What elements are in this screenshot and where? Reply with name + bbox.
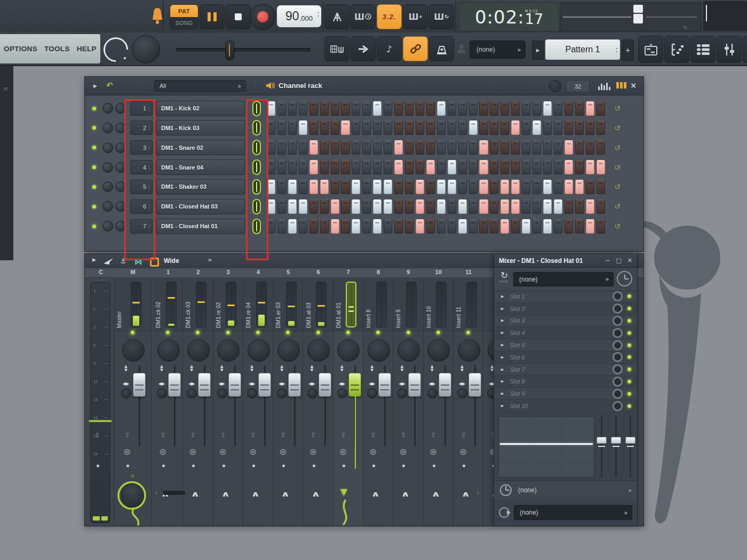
rack-menu-arrow[interactable]: ▶ xyxy=(93,83,97,89)
channel-enable-led[interactable] xyxy=(92,126,96,130)
step-1-21[interactable] xyxy=(479,101,488,116)
record-target-icon[interactable]: ◎ xyxy=(160,447,166,455)
mixer-strip-2[interactable]: DM1.ck 03▲▼◀▶⇧◎∧ xyxy=(183,277,213,526)
step-6-25[interactable] xyxy=(522,199,530,214)
detached-bird-icon[interactable] xyxy=(103,257,115,266)
step-1-20[interactable] xyxy=(469,101,478,116)
step-3-6[interactable] xyxy=(320,140,329,155)
channel-pan-knob[interactable] xyxy=(102,201,113,212)
volume-fader[interactable] xyxy=(408,373,421,397)
step-7-12[interactable] xyxy=(384,219,392,234)
link-mini-knob[interactable] xyxy=(427,388,438,398)
step-6-32[interactable] xyxy=(597,199,605,214)
grip-icon[interactable]: ≡ xyxy=(3,85,8,92)
plugin-chevron-icon[interactable]: ∧ xyxy=(281,490,290,498)
slot-arrow-icon[interactable]: ▶ xyxy=(501,331,504,335)
volume-fader[interactable] xyxy=(348,373,361,397)
step-7-14[interactable] xyxy=(405,219,414,234)
channel-button[interactable]: DM1 - Shaker 03 xyxy=(156,179,245,195)
step-6-24[interactable] xyxy=(511,199,520,214)
step-7-30[interactable] xyxy=(575,219,584,234)
step-6-21[interactable] xyxy=(479,199,488,214)
step-5-15[interactable] xyxy=(416,180,424,194)
effect-slot-8[interactable]: ▶Slot 8 xyxy=(494,376,637,388)
slot-arrow-icon[interactable]: ▶ xyxy=(501,294,504,299)
step-4-13[interactable] xyxy=(394,160,403,174)
link-mini-knob[interactable] xyxy=(457,388,467,398)
step-1-7[interactable] xyxy=(331,101,339,116)
channel-enable-led[interactable] xyxy=(92,205,96,209)
mute-led[interactable] xyxy=(256,330,260,335)
channel-button[interactable]: DM1 - Snare 02 xyxy=(156,140,245,155)
step-5-8[interactable] xyxy=(341,180,349,194)
mute-led[interactable] xyxy=(346,330,351,335)
mute-led[interactable] xyxy=(316,330,321,335)
volume-fader[interactable] xyxy=(168,373,181,397)
mute-led[interactable] xyxy=(376,330,380,335)
step-7-10[interactable] xyxy=(362,219,371,234)
slot-enable-led[interactable] xyxy=(627,392,631,396)
eq-graph[interactable] xyxy=(498,417,594,477)
step-1-12[interactable] xyxy=(384,101,392,116)
mute-led[interactable] xyxy=(165,330,170,335)
step-2-30[interactable] xyxy=(575,121,584,135)
plugin-chevron-icon[interactable]: ∧ xyxy=(190,490,200,498)
overdub-button[interactable]: Ш+ xyxy=(403,4,428,29)
step-5-26[interactable] xyxy=(533,180,541,194)
step-2-29[interactable] xyxy=(565,121,573,135)
step-4-14[interactable] xyxy=(405,160,414,174)
pan-arrows[interactable]: ◀▶ xyxy=(216,378,228,387)
add-pattern-button[interactable]: + xyxy=(622,39,634,61)
record-target-icon[interactable]: ◎ xyxy=(460,447,466,455)
step-3-11[interactable] xyxy=(373,140,382,155)
plugin-chevron-icon[interactable]: ∧ xyxy=(401,490,410,498)
volume-fader[interactable] xyxy=(319,373,331,397)
channel-rack-view-button[interactable] xyxy=(690,36,716,63)
step-5-10[interactable] xyxy=(362,180,371,194)
typing-to-piano-metronome-button[interactable] xyxy=(324,4,349,29)
step-5-4[interactable] xyxy=(299,180,307,194)
effect-slot-1[interactable]: ▶Slot 1 xyxy=(494,291,637,303)
step-6-7[interactable] xyxy=(331,199,339,214)
step-1-29[interactable] xyxy=(565,101,573,116)
keyboard-editor-icon[interactable] xyxy=(616,82,626,89)
channel-reset-icon[interactable]: ↺ xyxy=(614,143,621,152)
step-1-14[interactable] xyxy=(405,101,414,116)
step-6-13[interactable] xyxy=(394,199,403,214)
slot-arrow-icon[interactable]: ▶ xyxy=(501,367,504,372)
pan-arrows[interactable]: ◀▶ xyxy=(155,378,168,387)
step-3-3[interactable] xyxy=(288,140,297,155)
step-4-11[interactable] xyxy=(373,160,382,174)
step-1-19[interactable] xyxy=(458,101,467,116)
step-4-26[interactable] xyxy=(533,160,541,174)
link-mini-knob[interactable] xyxy=(397,388,407,398)
step-6-5[interactable] xyxy=(309,199,318,214)
step-4-19[interactable] xyxy=(458,160,467,174)
foot-pedal-button[interactable] xyxy=(429,36,454,61)
step-3-28[interactable] xyxy=(554,140,562,155)
latency-clock-icon[interactable] xyxy=(617,271,632,286)
step-5-18[interactable] xyxy=(448,180,456,194)
step-1-17[interactable] xyxy=(437,101,446,116)
step-5-9[interactable] xyxy=(352,180,360,194)
step-2-27[interactable] xyxy=(543,121,552,135)
step-4-21[interactable] xyxy=(479,160,488,174)
eq-curve[interactable] xyxy=(500,443,593,445)
mixer-strip-6[interactable]: DM1.at 03▲▼◀▶⇧◎∧ xyxy=(304,277,333,526)
step-3-21[interactable] xyxy=(479,140,488,155)
pattern-menu-arrow[interactable]: ▶ xyxy=(532,41,544,60)
step-4-18[interactable] xyxy=(448,160,456,174)
stereo-sep-arrows[interactable]: ▲▼ xyxy=(398,365,406,372)
step-3-13[interactable] xyxy=(394,140,403,155)
step-2-21[interactable] xyxy=(479,121,488,135)
post-fx-icon[interactable]: ↻POST xyxy=(497,270,511,287)
link-mini-knob[interactable] xyxy=(337,388,347,398)
stereo-sep-arrows[interactable]: ▲▼ xyxy=(278,365,285,372)
mixer-scrollbar[interactable] xyxy=(163,491,185,495)
step-1-25[interactable] xyxy=(522,101,530,116)
step-3-29[interactable] xyxy=(565,140,573,155)
step-5-22[interactable] xyxy=(490,180,498,194)
step-3-12[interactable] xyxy=(384,140,392,155)
effect-slot-7[interactable]: ▶Slot 7 xyxy=(494,364,637,376)
step-4-28[interactable] xyxy=(554,160,562,174)
